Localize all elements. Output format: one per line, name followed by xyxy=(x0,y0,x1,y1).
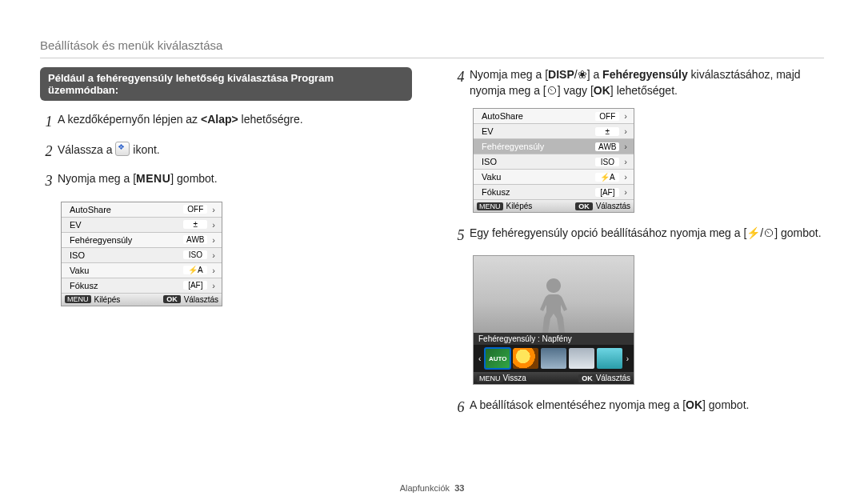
steps-right-3: 6 A beállítások elmentéséhez nyomja meg … xyxy=(452,398,824,418)
menu-row: ISOISO› xyxy=(62,248,222,263)
menu-row: Fókusz[AF]› xyxy=(62,278,222,294)
menu-row: AutoShareOFF› xyxy=(474,109,634,124)
menu-row: ISOISO› xyxy=(474,154,634,170)
wb-preset-cloudy xyxy=(541,348,566,369)
menu-row: Fókusz[AF]› xyxy=(474,185,634,200)
step-text: Válassza a ikont. xyxy=(58,142,412,162)
select-label: Választás xyxy=(184,295,218,304)
step-text: Nyomja meg a [MENU] gombot. xyxy=(58,171,412,191)
select-label: Választás xyxy=(596,202,630,210)
chevron-right-icon: › xyxy=(624,111,627,121)
step-num: 2 xyxy=(40,142,58,162)
step-text: Egy fehéregyensúly opció beállításához n… xyxy=(470,226,824,246)
chevron-right-icon: › xyxy=(212,235,215,245)
wb-preset-daylight xyxy=(513,348,538,369)
menu-row: FehéregyensúlyAWB› xyxy=(62,233,222,248)
mode-banner: Például a fehéregyensúly lehetőség kivál… xyxy=(40,67,412,101)
steps-left: 1 A kezdőképernyőn lépjen az <Alap> lehe… xyxy=(40,112,412,192)
bold-wb: Fehéregyensúly xyxy=(602,68,688,81)
header-divider xyxy=(40,58,824,58)
ok-key: OK xyxy=(163,295,181,303)
menu-screenshot-2: AutoShareOFF› EV±› FehéregyensúlyAWB› IS… xyxy=(473,108,634,213)
chevron-right-icon: › xyxy=(212,220,215,230)
wb-screenshot: Fehéregyensúly : Napfény ‹ AUTO › MENUVi… xyxy=(473,255,634,385)
menu-glyph: MENU xyxy=(136,172,170,185)
step-text: A kezdőképernyőn lépjen az <Alap> lehető… xyxy=(58,112,412,132)
chevron-right-icon: › xyxy=(624,172,627,182)
chevron-right-icon: › xyxy=(624,157,627,166)
chevron-right-icon: › xyxy=(624,126,627,136)
left-column: Például a fehéregyensúly lehetőség kivál… xyxy=(40,67,412,428)
menu-statusbar: MENUKilépés OKVálasztás xyxy=(474,200,634,212)
chevron-right-icon: › xyxy=(624,187,627,197)
page-footer: Alapfunkciók 33 xyxy=(0,483,864,493)
menu-key: MENU xyxy=(477,202,503,210)
menu-key: MENU xyxy=(477,374,503,382)
step-num: 1 xyxy=(40,112,58,132)
ok-glyph: OK xyxy=(686,398,702,411)
person-silhouette-icon xyxy=(535,277,572,333)
step-6: 6 A beállítások elmentéséhez nyomja meg … xyxy=(452,398,824,418)
chevron-left-icon: ‹ xyxy=(477,354,482,363)
disp-glyph: DISP xyxy=(548,68,574,81)
menu-row: Vaku⚡A› xyxy=(62,263,222,278)
step-5: 5 Egy fehéregyensúly opció beállításához… xyxy=(452,226,824,246)
header-text: Beállítások és menük kiválasztása xyxy=(40,38,222,52)
chevron-right-icon: › xyxy=(625,354,630,363)
ok-glyph: OK xyxy=(594,84,610,97)
step-3: 3 Nyomja meg a [MENU] gombot. xyxy=(40,171,412,191)
step-text: A beállítások elmentéséhez nyomja meg a … xyxy=(470,398,824,418)
select-label: Választás xyxy=(596,374,630,382)
step-2: 2 Válassza a ikont. xyxy=(40,142,412,162)
steps-right-2: 5 Egy fehéregyensúly opció beállításához… xyxy=(452,226,824,246)
menu-row-selected: FehéregyensúlyAWB› xyxy=(474,139,634,154)
page-number: 33 xyxy=(454,483,464,493)
bold-alap: <Alap> xyxy=(201,113,238,126)
wb-preset-auto: AUTO xyxy=(485,348,510,369)
step-4: 4 Nyomja meg a [DISP/❀] a Fehéregyensúly… xyxy=(452,67,824,98)
menu-row: EV±› xyxy=(62,218,222,233)
chevron-right-icon: › xyxy=(212,250,215,260)
step-num: 6 xyxy=(452,398,470,418)
steps-right: 4 Nyomja meg a [DISP/❀] a Fehéregyensúly… xyxy=(452,67,824,98)
wb-preview xyxy=(474,256,634,333)
content-columns: Például a fehéregyensúly lehetőség kivál… xyxy=(40,67,824,428)
step-num: 4 xyxy=(452,67,470,98)
menu-row: EV±› xyxy=(474,124,634,139)
back-label: Kilépés xyxy=(506,202,533,210)
step-1: 1 A kezdőképernyőn lépjen az <Alap> lehe… xyxy=(40,112,412,132)
flash-icon: ⚡ xyxy=(746,226,760,239)
menu-row: Vaku⚡A› xyxy=(474,170,634,185)
chevron-right-icon: › xyxy=(212,281,215,290)
chevron-right-icon: › xyxy=(212,266,215,275)
chevron-right-icon: › xyxy=(624,142,627,151)
ok-key: OK xyxy=(575,202,593,210)
wb-current-label: Fehéregyensúly : Napfény xyxy=(474,333,634,345)
macro-icon: ❀ xyxy=(578,68,587,81)
menu-key: MENU xyxy=(65,295,91,303)
right-column: 4 Nyomja meg a [DISP/❀] a Fehéregyensúly… xyxy=(452,67,824,428)
step-text: Nyomja meg a [DISP/❀] a Fehéregyensúly k… xyxy=(470,67,824,98)
back-label: Vissza xyxy=(503,374,526,382)
menu-statusbar: MENUKilépés OKVálasztás xyxy=(62,294,222,306)
timer-icon: ⏲ xyxy=(763,226,774,239)
chevron-right-icon: › xyxy=(212,205,215,214)
ok-key: OK xyxy=(578,374,596,382)
wb-presets: ‹ AUTO › xyxy=(474,345,634,372)
menu-row: AutoShareOFF› xyxy=(62,202,222,218)
wb-statusbar: MENUVissza OKVálasztás xyxy=(474,372,634,384)
step-num: 5 xyxy=(452,226,470,246)
wb-preset-shade xyxy=(569,348,594,369)
app-icon xyxy=(115,142,130,156)
timer-icon: ⏲ xyxy=(546,84,558,97)
back-label: Kilépés xyxy=(94,295,121,304)
step-num: 3 xyxy=(40,171,58,191)
menu-screenshot-1: AutoShareOFF› EV±› FehéregyensúlyAWB› IS… xyxy=(61,202,222,306)
wb-preset-fluorescent xyxy=(597,348,622,369)
